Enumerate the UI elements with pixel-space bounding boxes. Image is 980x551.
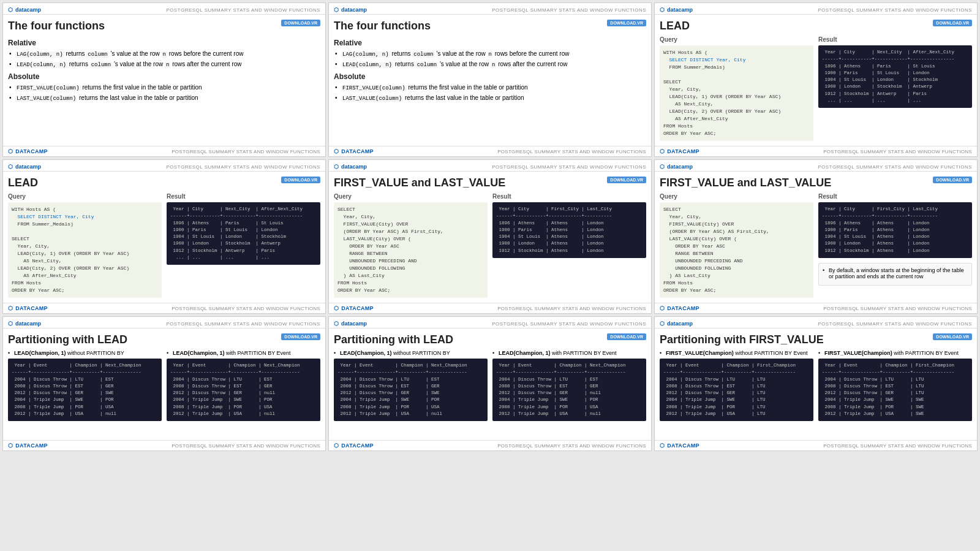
dc-icon-2: ⬡ [334,7,339,13]
footer-logo-8: ⬡datacamp [334,443,374,449]
pl-left-table-2: Year | Event | Champion | Next_Champion … [334,359,488,421]
download-badge-3: DOWNLOAD.VR [933,20,972,26]
card-partition-lead-1: ⬡ datacamp POSTGRESQL SUMMARY STATS AND … [2,316,326,451]
fv-query-label-2: Query [660,193,813,200]
pl-right-label-1: LEAD(Champion, 1) with PARTITION BY Even… [167,350,320,356]
card-body-3: LEAD DOWNLOAD.VR Query WITH Hosts AS ( S… [655,15,977,146]
section-absolute-1: Absolute [8,72,320,81]
card-subtitle-1: POSTGRESQL SUMMARY STATS AND WINDOW FUNC… [166,7,320,13]
footer-subtitle-6: POSTGRESQL SUMMARY STATS AND WINDOW FUNC… [823,306,972,311]
datacamp-logo-5: ⬡ datacamp [334,164,367,170]
datacamp-logo-6: ⬡ datacamp [660,164,693,170]
footer-logo-5: ⬡datacamp [334,305,374,311]
last-value-item-2: LAST_VALUE(column) returns the last valu… [334,94,646,103]
lead-query-code-1: WITH Hosts AS ( SELECT DISTINCT Year, Ci… [660,45,813,141]
pl-two-col-1: LEAD(Champion, 1) without PARTITION BY Y… [8,350,320,421]
fv-two-col-2: Query SELECT Year, City, FIRST_VALUE(Cit… [660,193,972,298]
fv-query-col-1: Query SELECT Year, City, FIRST_VALUE(Cit… [334,193,488,298]
footer-logo-4: ⬡datacamp [8,305,48,311]
card-subtitle-2: POSTGRESQL SUMMARY STATS AND WINDOW FUNC… [492,7,646,13]
card-header-2: ⬡ datacamp POSTGRESQL SUMMARY STATS AND … [329,3,651,15]
card-four-functions-2: ⬡ datacamp POSTGRESQL SUMMARY STATS AND … [328,2,652,157]
pl-left-table-1: Year | Event | Champion | Next_Champion … [8,359,162,421]
footer-subtitle-4: POSTGRESQL SUMMARY STATS AND WINDOW FUNC… [172,306,320,311]
card-title-9: Partitioning with FIRST_VALUE [660,333,824,346]
pl-right-label-2: LEAD(Champion, 1) with PARTITION BY Even… [492,350,646,356]
dc-text-7: datacamp [15,321,41,327]
lead-result-col-1: Result Year | City | Next_City | After_N… [818,36,972,141]
footer-subtitle-2: POSTGRESQL SUMMARY STATS AND WINDOW FUNC… [497,149,646,154]
dc-text-8: datacamp [341,321,367,327]
datacamp-logo-9: ⬡ datacamp [660,321,693,327]
fv-query-label-1: Query [334,193,488,200]
pl-left-label-2: LEAD(Champion, 1) without PARTITION BY [334,350,488,356]
dc-icon-9: ⬡ [660,321,665,327]
card-body-2: The four functions DOWNLOAD.VR Relative … [329,15,651,146]
card-subtitle-3: POSTGRESQL SUMMARY STATS AND WINDOW FUNC… [818,7,972,13]
footer-subtitle-7: POSTGRESQL SUMMARY STATS AND WINDOW FUNC… [172,443,320,449]
datacamp-logo-8: ⬡ datacamp [334,321,367,327]
lead-query-code-2: WITH Hosts AS ( SELECT DISTINCT Year, Ci… [8,202,162,298]
card-first-last-1: ⬡ datacamp POSTGRESQL SUMMARY STATS AND … [328,159,652,314]
card-header-9: ⬡ datacamp POSTGRESQL SUMMARY STATS AND … [655,317,977,329]
card-subtitle-9: POSTGRESQL SUMMARY STATS AND WINDOW FUNC… [818,321,972,327]
first-value-item-1: FIRST_VALUE(column) returns the first va… [8,83,320,93]
download-badge-7: DOWNLOAD.VR [281,333,320,340]
card-title-2: The four functions [334,20,431,32]
dc-text-9: datacamp [667,321,693,327]
card-header-3: ⬡ datacamp POSTGRESQL SUMMARY STATS AND … [655,3,977,15]
lag-item-2: LAG(column, n) returns column 's value a… [334,50,646,59]
lag-item-1: LAG(column, n) returns column 's value a… [8,50,320,59]
lead-query-col-1: Query WITH Hosts AS ( SELECT DISTINCT Ye… [660,36,813,141]
first-value-item-2: FIRST_VALUE(column) returns the first va… [334,83,646,93]
footer-subtitle-5: POSTGRESQL SUMMARY STATS AND WINDOW FUNC… [497,306,646,311]
footer-logo-6: ⬡datacamp [660,305,699,311]
pfv-right-label-1: FIRST_VALUE(Champion) with PARTITION BY … [818,350,972,356]
datacamp-logo-7: ⬡ datacamp [8,321,41,327]
section-absolute-2: Absolute [334,72,646,81]
pfv-left-1: FIRST_VALUE(Champion) without PARTITION … [660,350,813,421]
pfv-left-table-1: Year | Event | Champion | First_Champion… [660,359,813,421]
query-label-1: Query [660,36,813,43]
card-header-4: ⬡ datacamp POSTGRESQL SUMMARY STATS AND … [3,160,325,172]
datacamp-logo-1: ⬡ datacamp [8,7,41,13]
card-header-6: ⬡ datacamp POSTGRESQL SUMMARY STATS AND … [655,160,977,172]
footer-9: ⬡datacamp POSTGRESQL SUMMARY STATS AND W… [655,440,977,450]
footer-5: ⬡datacamp POSTGRESQL SUMMARY STATS AND W… [329,303,651,313]
dc-text-5: datacamp [341,164,367,170]
card-title-1: The four functions [8,20,105,32]
lead-item-2: LEAD(column, n) returns column 's value … [334,60,646,69]
relative-list-2: LAG(column, n) returns column 's value a… [334,50,646,69]
pfv-left-label-1: FIRST_VALUE(Champion) without PARTITION … [660,350,813,356]
dc-icon-5: ⬡ [334,164,339,170]
fv-query-code-1: SELECT Year, City, FIRST_VALUE(City) OVE… [334,202,488,298]
datacamp-logo-3: ⬡ datacamp [660,7,693,13]
absolute-list-2: FIRST_VALUE(column) returns the first va… [334,83,646,102]
download-badge-4: DOWNLOAD.VR [281,177,320,183]
card-title-3: LEAD [660,20,690,32]
footer-subtitle-9: POSTGRESQL SUMMARY STATS AND WINDOW FUNC… [823,443,972,449]
card-subtitle-5: POSTGRESQL SUMMARY STATS AND WINDOW FUNC… [492,164,646,170]
datacamp-logo-2: ⬡ datacamp [334,7,367,13]
footer-6: ⬡datacamp POSTGRESQL SUMMARY STATS AND W… [655,303,977,313]
card-title-7: Partitioning with LEAD [8,333,127,346]
lead-result-table-1: Year | City | Next_City | After_Next_Cit… [818,45,972,108]
card-header-7: ⬡ datacamp POSTGRESQL SUMMARY STATS AND … [3,317,325,329]
card-header-8: ⬡ datacamp POSTGRESQL SUMMARY STATS AND … [329,317,651,329]
download-badge-1: DOWNLOAD.VR [281,20,320,26]
dc-text-3: datacamp [667,7,693,13]
card-body-8: Partitioning with LEAD DOWNLOAD.VR LEAD(… [329,329,651,440]
dc-icon-6: ⬡ [660,164,665,170]
lead-item-1: LEAD(column, n) returns column 's value … [8,60,320,69]
card-subtitle-6: POSTGRESQL SUMMARY STATS AND WINDOW FUNC… [818,164,972,170]
footer-subtitle-1: POSTGRESQL SUMMARY STATS AND WINDOW FUNC… [172,149,320,154]
fv-result-label-2: Result [818,193,972,200]
footer-subtitle-8: POSTGRESQL SUMMARY STATS AND WINDOW FUNC… [497,443,646,449]
card-partition-lead-2: ⬡ datacamp POSTGRESQL SUMMARY STATS AND … [328,316,652,451]
fv-result-col-2: Result Year | City | First_City | Last_C… [818,193,972,298]
card-title-5: FIRST_VALUE and LAST_VALUE [334,177,505,189]
footer-logo-7: ⬡datacamp [8,443,48,449]
card-body-5: FIRST_VALUE and LAST_VALUE DOWNLOAD.VR Q… [329,172,651,303]
absolute-list-1: FIRST_VALUE(column) returns the first va… [8,83,320,102]
main-grid: ⬡ datacamp POSTGRESQL SUMMARY STATS AND … [0,0,980,454]
